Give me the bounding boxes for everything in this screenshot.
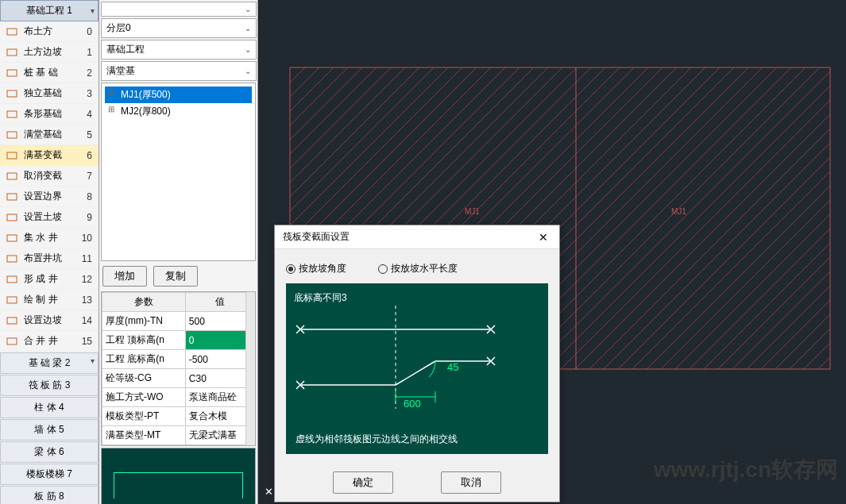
- svg-rect-12: [7, 276, 17, 283]
- prop-row[interactable]: 砼等级-CGC30: [102, 369, 255, 388]
- dropdown-label: 分层0: [106, 21, 131, 35]
- scrollbar[interactable]: [245, 292, 255, 445]
- dialog-titlebar[interactable]: 筏板变截面设置 ✕: [275, 225, 559, 249]
- tool-num: 1: [87, 47, 92, 58]
- component-tree: MJ1(厚500)MJ2(厚800): [101, 83, 256, 261]
- radio-label: 按放坡水平长度: [391, 262, 458, 275]
- tool-num: 3: [87, 88, 92, 99]
- svg-rect-3: [7, 90, 17, 97]
- tool-item-3[interactable]: 独立基础3: [0, 83, 99, 104]
- tree-item-0[interactable]: MJ1(厚500): [105, 87, 252, 103]
- prop-key: 施工方式-WO: [102, 388, 186, 407]
- tool-item-14[interactable]: 设置边坡14: [0, 310, 99, 331]
- sub-header-label: 基 础 梁 2: [29, 357, 71, 368]
- tool-item-0[interactable]: 布土方0: [0, 21, 99, 42]
- tool-num: 7: [87, 171, 92, 182]
- tool-icon: [6, 274, 19, 285]
- tool-item-6[interactable]: 满基变截6: [0, 145, 99, 166]
- canvas-label-2: MJ1: [671, 207, 686, 216]
- prop-row[interactable]: 工程 顶标高(n0: [102, 331, 255, 350]
- sub-header-2[interactable]: 柱 体 4: [0, 397, 99, 418]
- dropdown-0[interactable]: ⌄: [101, 2, 257, 17]
- sub-header-1[interactable]: 筏 板 筋 3: [0, 375, 99, 396]
- tool-item-9[interactable]: 设置土坡9: [0, 207, 99, 228]
- chevron-down-icon: ⌄: [245, 24, 251, 33]
- prop-row[interactable]: 厚度(mm)-TN500: [102, 312, 255, 331]
- chevron-down-icon[interactable]: ▾: [91, 6, 95, 15]
- panel-header-label: 基础工程 1: [26, 4, 72, 17]
- tool-item-12[interactable]: 形 成 井12: [0, 269, 99, 290]
- tool-num: 6: [87, 150, 92, 161]
- tree-item-1[interactable]: MJ2(厚800): [105, 103, 252, 120]
- tool-item-8[interactable]: 设置边界8: [0, 187, 99, 207]
- prop-row[interactable]: 施工方式-WO泵送商品砼: [102, 388, 255, 407]
- ok-button[interactable]: 确定: [333, 471, 393, 494]
- prop-value[interactable]: 0: [185, 331, 254, 350]
- tool-icon: [6, 253, 19, 264]
- tool-item-2[interactable]: 桩 基 础2: [0, 63, 99, 83]
- prop-value[interactable]: 复合木模: [185, 407, 254, 426]
- tool-label: 绘 制 井: [24, 293, 58, 306]
- tool-item-5[interactable]: 满堂基础5: [0, 125, 99, 145]
- tool-num: 11: [82, 253, 92, 264]
- tool-item-7[interactable]: 取消变截7: [0, 166, 99, 187]
- prop-value[interactable]: 500: [185, 312, 254, 331]
- radio-by-length[interactable]: 按放坡水平长度: [378, 262, 458, 275]
- prop-value[interactable]: 无梁式满基: [185, 426, 254, 445]
- radio-label: 按放坡角度: [299, 262, 346, 275]
- svg-rect-9: [7, 214, 17, 221]
- sub-header-label: 板 筋 8: [34, 491, 64, 502]
- cancel-button[interactable]: 取消: [441, 471, 501, 494]
- tool-item-4[interactable]: 条形基础4: [0, 104, 99, 125]
- copy-button[interactable]: 复制: [153, 266, 198, 287]
- tool-num: 4: [87, 109, 92, 120]
- tool-item-11[interactable]: 布置井坑11: [0, 248, 99, 269]
- panel-header-foundation[interactable]: 基础工程 1 ▾: [0, 0, 99, 21]
- prop-value[interactable]: 泵送商品砼: [185, 388, 254, 407]
- tool-icon: [6, 129, 19, 140]
- svg-text:45: 45: [447, 361, 458, 373]
- sub-header-3[interactable]: 墙 体 5: [0, 419, 99, 441]
- prop-value[interactable]: C30: [185, 369, 254, 388]
- tool-num: 0: [87, 26, 92, 37]
- dropdown-label: 基础工程: [106, 43, 145, 56]
- tool-icon: [6, 67, 19, 79]
- tool-item-1[interactable]: 土方边坡1: [0, 42, 99, 63]
- svg-rect-7: [7, 173, 17, 179]
- dropdown-2[interactable]: 基础工程⌄: [101, 40, 257, 60]
- prop-key: 工程 顶标高(n: [102, 331, 186, 350]
- add-button[interactable]: 增加: [102, 266, 147, 287]
- tool-label: 合 并 井: [24, 334, 58, 348]
- tool-item-13[interactable]: 绘 制 井13: [0, 290, 99, 310]
- prop-row[interactable]: 模板类型-PT复合木模: [102, 407, 255, 426]
- chevron-down-icon: ⌄: [245, 5, 251, 13]
- tool-item-15[interactable]: 合 并 井15: [0, 331, 99, 352]
- dropdown-1[interactable]: 分层0⌄: [101, 18, 257, 38]
- dropdown-3[interactable]: 满堂基⌄: [101, 61, 257, 81]
- prop-value[interactable]: -500: [185, 350, 254, 369]
- chevron-down-icon[interactable]: ▾: [91, 356, 95, 365]
- tool-num: 10: [82, 233, 92, 244]
- tool-icon: [6, 150, 19, 161]
- svg-rect-4: [7, 111, 17, 117]
- dialog-title-text: 筏板变截面设置: [283, 230, 350, 244]
- radio-by-angle[interactable]: 按放坡角度: [286, 262, 346, 275]
- sub-header-label: 柱 体 4: [34, 402, 64, 413]
- svg-rect-10: [7, 235, 17, 241]
- tool-icon: [6, 47, 19, 58]
- radio-icon: [378, 264, 388, 274]
- svg-rect-0: [7, 29, 17, 35]
- tool-item-10[interactable]: 集 水 井10: [0, 228, 99, 248]
- close-icon[interactable]: ✕: [535, 231, 551, 244]
- sub-header-0[interactable]: 基 础 梁 2▾: [0, 352, 99, 374]
- prop-row[interactable]: 满基类型-MT无梁式满基: [102, 426, 255, 445]
- tool-icon: [6, 294, 19, 306]
- tool-label: 桩 基 础: [24, 66, 58, 79]
- sub-header-5[interactable]: 楼板楼梯 7: [0, 464, 99, 485]
- tool-label: 布置井坑: [24, 252, 62, 265]
- prop-row[interactable]: 工程 底标高(n-500: [102, 350, 255, 369]
- sub-header-label: 楼板楼梯 7: [26, 468, 72, 479]
- sub-header-6[interactable]: 板 筋 8: [0, 486, 99, 504]
- tool-num: 8: [87, 191, 92, 202]
- sub-header-4[interactable]: 梁 体 6: [0, 441, 99, 463]
